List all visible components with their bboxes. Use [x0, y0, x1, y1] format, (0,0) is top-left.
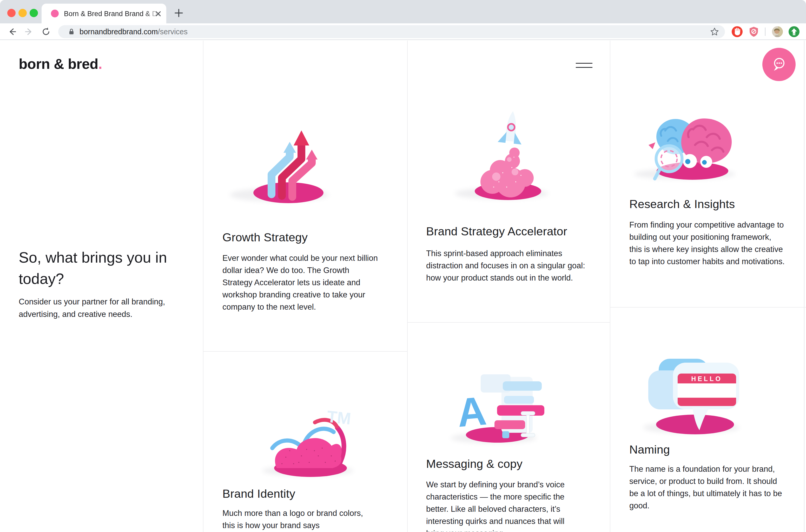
window-close-button[interactable] — [7, 9, 16, 17]
back-icon[interactable] — [7, 27, 17, 37]
card-body: Ever wonder what could be your next bill… — [222, 252, 378, 313]
card-body: We start by defining your brand’s voice … — [426, 478, 577, 532]
card-growth-strategy[interactable]: Growth Strategy Ever wonder what could b… — [203, 40, 407, 351]
tm-letters: TM — [326, 407, 352, 428]
url-text: bornandbredbrand.com/services — [79, 27, 188, 36]
card-body: This sprint-based approach eliminates di… — [426, 247, 586, 284]
card-title: Research & Insights — [629, 197, 735, 211]
upload-extension-icon[interactable] — [788, 26, 800, 37]
card-title: Growth Strategy — [222, 231, 308, 244]
browser-tab[interactable]: Born & Bred Brand Brand & Des — [42, 4, 166, 23]
adblock-extension-icon[interactable] — [731, 26, 743, 37]
sneaker-tm-illustration: TM — [257, 397, 367, 483]
tab-strip: Born & Bred Brand Brand & Des — [0, 0, 806, 23]
card-brand-identity[interactable]: TM Brand Identity Much more than a logo … — [203, 351, 407, 532]
hero-heading: So, what brings you in today? — [19, 247, 185, 289]
tab-favicon-icon — [51, 10, 59, 17]
page-content: born & bred. So, what brings you in toda… — [0, 40, 806, 532]
profile-avatar[interactable] — [772, 26, 783, 37]
browser-toolbar: bornandbredbrand.com/services — [0, 23, 806, 40]
rocket-goo-illustration — [447, 104, 566, 208]
forward-icon[interactable] — [24, 27, 34, 37]
hero-subtext: Consider us your partner for all brandin… — [19, 296, 190, 321]
card-title: Naming — [629, 443, 670, 456]
new-tab-button[interactable] — [173, 7, 185, 19]
window-controls — [7, 9, 38, 17]
brain-magnifier-illustration — [626, 106, 753, 187]
hero-column: born & bred. So, what brings you in toda… — [0, 40, 203, 532]
window-zoom-button[interactable] — [30, 9, 38, 17]
card-research-insights[interactable]: Research & Insights From finding your co… — [610, 40, 806, 307]
card-naming[interactable]: HELLO Naming The name is a foundation fo… — [610, 307, 806, 532]
logo-text: born & bred — [19, 56, 98, 72]
zigzag-arrows-illustration — [223, 112, 353, 211]
card-brand-strategy-accelerator[interactable]: Brand Strategy Accelerator This sprint-b… — [408, 40, 610, 322]
site-logo[interactable]: born & bred. — [19, 56, 102, 72]
card-title: Messaging & copy — [426, 457, 523, 471]
card-body: Much more than a logo or brand colors, t… — [222, 507, 368, 531]
card-title: Brand Strategy Accelerator — [426, 225, 567, 238]
card-messaging-copy[interactable]: A Messaging & copy We start by defining … — [408, 322, 610, 532]
tab-title: Born & Bred Brand Brand & Des — [64, 10, 163, 19]
tab-close-icon[interactable] — [154, 10, 163, 18]
browser-window: Born & Bred Brand Brand & Des bornandbre… — [0, 0, 806, 532]
bookmark-star-icon[interactable] — [710, 27, 719, 36]
logo-dot: . — [98, 56, 102, 72]
hello-label: HELLO — [691, 375, 722, 382]
url-path: /services — [158, 27, 187, 36]
name-tag-illustration: HELLO — [634, 350, 756, 438]
url-bar[interactable]: bornandbredbrand.com/services — [58, 25, 725, 38]
privacy-shield-extension-icon[interactable] — [748, 26, 760, 37]
window-minimize-button[interactable] — [18, 9, 27, 17]
reload-icon[interactable] — [41, 27, 51, 37]
lock-icon[interactable] — [68, 28, 75, 36]
letter-a: A — [455, 388, 488, 435]
url-host: bornandbredbrand.com — [79, 27, 158, 36]
toolbar-separator — [765, 27, 766, 36]
card-body: The name is a foundation for your brand,… — [629, 463, 785, 512]
letter-stack-illustration: A — [442, 363, 554, 451]
card-title: Brand Identity — [222, 487, 295, 500]
card-body: From finding your competitive advantage … — [629, 219, 785, 268]
